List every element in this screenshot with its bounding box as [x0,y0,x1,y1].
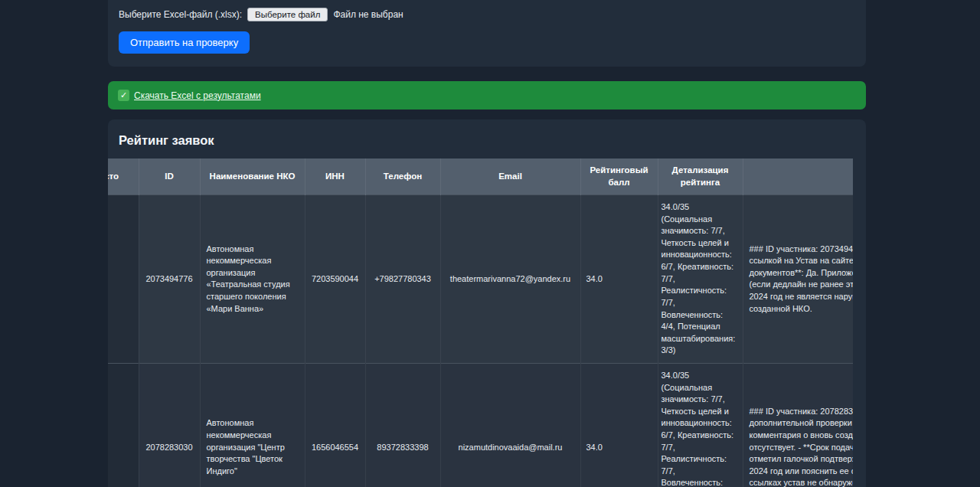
cell-score: 34.0 [580,363,658,487]
cell-name: Автономная некоммерческая организация "Ц… [200,363,305,487]
column-header-comment [743,159,853,195]
column-header-place: Место [108,159,139,195]
cell-score: 34.0 [580,195,658,364]
cell-id: 2073494776 [139,195,200,364]
table-header-row: Место ID Наименование НКО ИНН Телефон Em… [108,159,853,195]
table-row: 1 2073494776 Автономная некоммерческая о… [108,195,853,364]
cell-comment: ### ID участника: 20734947 ссылкой на Ус… [743,195,853,364]
cell-details: 34.0/35 (Социальная значимость: 7/7, Чет… [658,363,743,487]
cell-details: 34.0/35 (Социальная значимость: 7/7, Чет… [658,195,743,364]
main-content: Выберите Excel-файл (.xlsx): Выберите фа… [108,0,866,487]
cell-id: 2078283030 [139,363,200,487]
rating-table: Место ID Наименование НКО ИНН Телефон Em… [108,159,853,487]
upload-panel: Выберите Excel-файл (.xlsx): Выберите фа… [108,0,866,67]
rating-table-viewport[interactable]: Место ID Наименование НКО ИНН Телефон Em… [108,159,853,487]
cell-inn: 1656046554 [305,363,365,487]
download-results-banner: ✓ Скачать Excel с результатами [108,81,866,109]
file-status-text: Файл не выбран [333,9,403,20]
rating-title: Рейтинг заявок [119,133,855,148]
column-header-email: Email [440,159,580,195]
cell-comment: ### ID участника: 20782830 дополнительно… [743,363,853,487]
cell-email: theatermarivanna72@yandex.ru [440,195,580,364]
file-input-label: Выберите Excel-файл (.xlsx): [119,9,242,20]
column-header-score: Рейтинговый балл [580,159,658,195]
column-header-id: ID [139,159,200,195]
submit-check-button[interactable]: Отправить на проверку [119,31,250,54]
table-row: 2 2078283030 Автономная некоммерческая о… [108,363,853,487]
column-header-details: Детализация рейтинга [658,159,743,195]
cell-phone: 89372833398 [365,363,440,487]
cell-place: 2 [108,363,139,487]
download-excel-link[interactable]: Скачать Excel с результатами [134,90,261,101]
excel-check-icon: ✓ [118,90,129,101]
choose-file-button[interactable]: Выберите файл [247,8,328,21]
cell-name: Автономная некоммерческая организация «Т… [200,195,305,364]
cell-phone: +79827780343 [365,195,440,364]
cell-place: 1 [108,195,139,364]
column-header-inn: ИНН [305,159,365,195]
cell-email: nizamutdinovaaida@mail.ru [440,363,580,487]
cell-inn: 7203590044 [305,195,365,364]
column-header-name: Наименование НКО [200,159,305,195]
column-header-phone: Телефон [365,159,440,195]
file-input-row: Выберите Excel-файл (.xlsx): Выберите фа… [119,8,855,21]
rating-panel: Рейтинг заявок Место ID Наименование НКО… [108,119,866,487]
